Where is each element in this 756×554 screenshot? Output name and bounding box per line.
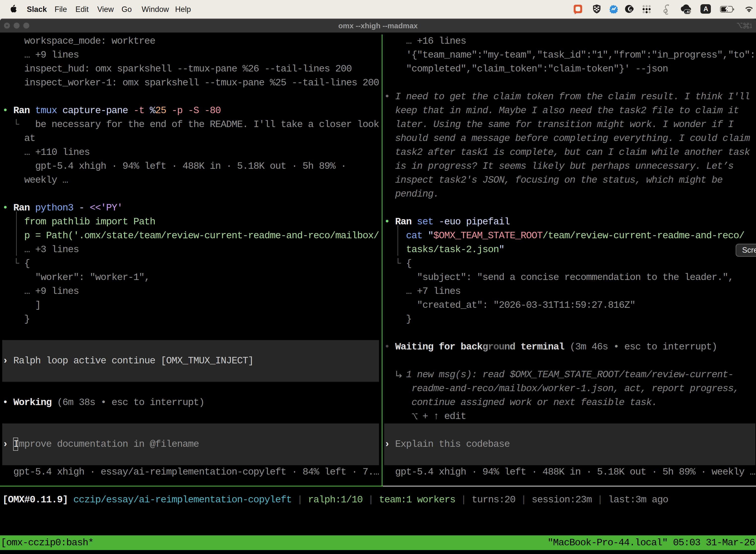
svg-text:1: 1 — [749, 22, 752, 29]
svg-text:..61: ..61 — [685, 10, 691, 14]
svg-text:A: A — [703, 5, 708, 13]
